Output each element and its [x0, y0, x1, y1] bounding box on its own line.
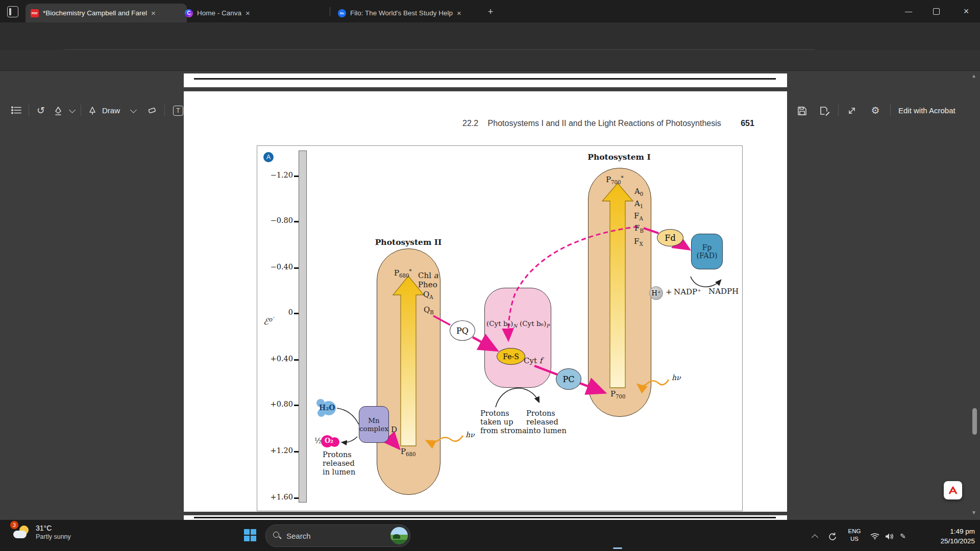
acrobat-fab-icon	[948, 486, 958, 495]
hv-wave-ps2	[427, 436, 463, 442]
settings-gear-icon[interactable]: ⚙	[868, 103, 883, 117]
half-text: ½	[314, 437, 322, 445]
search-box[interactable]: Search	[265, 524, 410, 547]
fa-sub: A	[639, 216, 643, 221]
a1-sub: 1	[640, 204, 643, 209]
undo-icon[interactable]: ↺	[34, 103, 48, 117]
draw-label[interactable]: Draw	[102, 106, 120, 115]
tray-language[interactable]: ENG US	[843, 528, 866, 543]
add-text-glyph: T	[173, 106, 183, 116]
book-page-number: 651	[741, 119, 754, 128]
minimize-button[interactable]: —	[897, 0, 920, 22]
a0-base: A	[634, 187, 640, 196]
tab-close-icon[interactable]: ×	[457, 9, 461, 17]
weather-temp: 31°C	[36, 524, 71, 533]
save-icon[interactable]	[794, 104, 810, 117]
fp-line2: (FAD)	[697, 252, 718, 260]
protons-stroma-note: Protons taken up from stroma	[480, 409, 527, 435]
maximize-button[interactable]	[925, 0, 947, 22]
h2o-label: H₂O	[319, 404, 335, 412]
axis-symbol: ℰ	[263, 316, 268, 327]
scroll-down-icon[interactable]: ▼	[969, 508, 979, 516]
a0-sub: 0	[640, 191, 643, 197]
figure-22-diagram: A −1.20 −0.80 −0.40 0 +0.40 +0.80 +1.20 …	[257, 145, 743, 511]
h-plus-circle: H⁺	[649, 286, 663, 300]
qa-label: QA	[423, 290, 433, 300]
draw-chevron-icon[interactable]	[129, 106, 138, 115]
fd-carrier: Fd	[657, 229, 683, 246]
search-highlight-thumbnail[interactable]	[390, 527, 408, 544]
tab-filo[interactable]: filo Filo: The World's Best Study Help ×	[333, 4, 491, 22]
draw-pen-icon[interactable]	[86, 104, 99, 117]
eraser-icon[interactable]	[145, 104, 159, 117]
p700-star-label: P700*	[606, 175, 624, 185]
wifi-icon[interactable]	[869, 530, 881, 542]
new-tab-button[interactable]: +	[485, 6, 496, 17]
volume-icon[interactable]	[883, 530, 895, 542]
acrobat-fab[interactable]	[944, 481, 962, 499]
p-base: P	[394, 268, 399, 278]
note-line: into lumen	[526, 427, 567, 435]
toc-icon[interactable]	[9, 105, 23, 116]
highlighter-chevron-icon[interactable]	[67, 106, 77, 115]
tab-biochemistry[interactable]: PDF *Biochemistry Campbell and Farel ×	[26, 4, 187, 22]
windows-logo-icon	[244, 529, 256, 541]
next-page-edge	[184, 515, 787, 520]
pq-text: PQ	[456, 326, 469, 336]
badge-count: 3	[13, 522, 16, 528]
chl-italic: a	[434, 271, 438, 280]
tab-close-icon[interactable]: ×	[246, 9, 250, 17]
hv-label-ps1: hν	[672, 373, 681, 382]
chl-a-label: Chl a	[418, 271, 438, 280]
cytf-base: Cyt	[524, 356, 540, 365]
scrollbar-thumb[interactable]	[972, 408, 977, 435]
note-line: Protons	[323, 450, 355, 459]
toolbar-divider	[81, 105, 81, 116]
pen-icon[interactable]: ✎	[897, 530, 909, 542]
highlighter-icon[interactable]	[51, 104, 65, 117]
note-line: Protons	[526, 409, 567, 418]
cytb6n-label: (Cyt b₆)N	[486, 320, 517, 329]
start-button[interactable]	[240, 525, 260, 545]
mn-line2: complex	[359, 424, 388, 433]
weather-widget[interactable]: 3 31°C Partly sunny	[11, 522, 71, 543]
tab-canva[interactable]: C Home - Canva ×	[180, 4, 338, 22]
tab-close-icon[interactable]: ×	[151, 9, 156, 17]
fes-text: Fe-S	[503, 353, 519, 361]
ps1-title: Photosystem I	[585, 153, 653, 162]
add-text-icon[interactable]: T	[172, 105, 185, 117]
clock-widget[interactable]: 1:49 pm 25/10/2025	[915, 527, 975, 546]
page-header: 22.2 Photosystems I and II and the Light…	[462, 119, 754, 128]
cloud-icon	[13, 531, 27, 538]
maximize-glyph	[933, 8, 940, 15]
screen: PDF *Biochemistry Campbell and Farel × C…	[0, 0, 980, 551]
pq-to-fes-arrow	[473, 337, 496, 350]
p-base: P	[610, 389, 616, 398]
qa-sub: A	[429, 294, 433, 300]
close-button[interactable]: ×	[952, 0, 980, 22]
axis-symbol-sup: o′	[268, 316, 274, 323]
tab-actions-icon[interactable]	[7, 6, 18, 17]
scroll-up-icon[interactable]: ▲	[969, 71, 979, 80]
tray-chevron-up-icon[interactable]	[810, 531, 820, 541]
chl-base: Chl	[418, 271, 434, 280]
p-sub: 700	[616, 394, 625, 399]
p680-star-label: P680*	[394, 268, 412, 279]
note-line: taken up	[480, 418, 527, 427]
fb-label: FB	[634, 224, 644, 234]
nadp-label: NADP⁺	[674, 288, 701, 296]
edit-with-acrobat-label[interactable]: Edit with Acrobat	[898, 106, 955, 115]
toolbar-divider	[890, 105, 891, 116]
fp-line1: Fp	[702, 243, 712, 252]
save-as-icon[interactable]	[817, 104, 832, 117]
h2o-molecule: H₂O	[315, 398, 339, 418]
b6p-sub: P	[546, 323, 549, 329]
o2-text: O₂	[325, 437, 333, 444]
b6p-main: (Cyt b₆)	[520, 319, 546, 328]
panel-a-badge: A	[263, 152, 274, 162]
p-sub: 680	[399, 273, 409, 279]
tray-date: 25/10/2025	[915, 537, 975, 546]
tray-sync-icon[interactable]	[826, 530, 838, 542]
cytf-italic: f	[540, 356, 543, 365]
expand-icon[interactable]	[844, 104, 860, 117]
